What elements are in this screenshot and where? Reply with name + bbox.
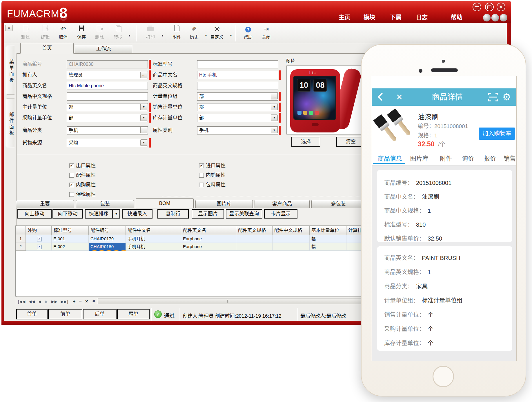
- move-down-button[interactable]: 向下移动: [52, 209, 83, 219]
- main-unit-dropdown[interactable]: 部: [67, 103, 148, 111]
- nav-cancel-button[interactable]: ×: [85, 299, 88, 304]
- toolbar-history-button[interactable]: ✐ 历史: [186, 25, 203, 40]
- product-cn-name-field[interactable]: Htc 手机: [197, 71, 278, 79]
- sidebar-tab-menu-panel[interactable]: 菜单面板: [6, 46, 14, 94]
- menu-log[interactable]: 日志: [416, 13, 428, 21]
- product-en-spec-field[interactable]: [197, 82, 278, 90]
- owner-lookup-button[interactable]: …: [140, 72, 147, 78]
- grid-row1-en-name-cell[interactable]: Earphone: [181, 235, 236, 243]
- purchase-unit-arrow-icon[interactable]: ▼: [140, 114, 147, 121]
- toolbar-save-button[interactable]: 保存: [73, 25, 90, 40]
- history-dropdown-arrow-icon[interactable]: ▼: [205, 34, 207, 37]
- grid-row2-model-cell[interactable]: E-002: [52, 243, 89, 251]
- phone-tab-image-library[interactable]: 图片库: [410, 154, 429, 162]
- add-to-cart-button[interactable]: 加入购物车: [479, 128, 515, 140]
- move-up-button[interactable]: 向上移动: [17, 209, 52, 219]
- toolbar-close-button[interactable]: ⇥ 关闭: [257, 25, 275, 40]
- main-unit-arrow-icon[interactable]: ▼: [140, 104, 147, 110]
- phone-tab-product-info[interactable]: 商品信息: [377, 154, 403, 162]
- grid-row2-en-spec-cell[interactable]: [236, 243, 273, 251]
- grid-header-base-unit[interactable]: 基本计量单位: [310, 226, 346, 235]
- grid-row1-number[interactable]: 1: [16, 235, 26, 243]
- toolbar-help-button[interactable]: ? 帮助: [239, 25, 257, 40]
- tab-workflow[interactable]: 工作流: [75, 45, 132, 53]
- last-record-button[interactable]: 尾单: [117, 309, 150, 319]
- internal-purchase-attr-checkbox[interactable]: ✔: [69, 183, 74, 187]
- purchase-unit-dropdown[interactable]: 部: [67, 114, 148, 122]
- tab-packaging[interactable]: 包装: [76, 200, 134, 208]
- attribute-category-dropdown[interactable]: 手机: [197, 126, 278, 134]
- product-category-lookup-button[interactable]: …: [140, 127, 147, 133]
- goods-source-arrow-icon[interactable]: ▼: [140, 139, 147, 146]
- grid-header-part-cn-name[interactable]: 配件中文名: [126, 226, 181, 235]
- maximize-button[interactable]: [485, 3, 494, 11]
- import-attr-checkbox[interactable]: ✔: [199, 163, 204, 168]
- customize-dropdown-arrow-icon[interactable]: ▼: [230, 34, 232, 37]
- print-dropdown-arrow-icon[interactable]: ▼: [161, 34, 164, 37]
- grid-row2-cn-name-cell[interactable]: 手机耳机: [126, 243, 181, 251]
- sales-unit-arrow-icon[interactable]: ▼: [271, 104, 278, 110]
- grid-row1-outsourced-cell[interactable]: ✔: [26, 235, 52, 243]
- first-record-button[interactable]: 首单: [16, 309, 48, 319]
- tab-home[interactable]: 首页: [20, 43, 74, 54]
- copy-dropdown-arrow-icon[interactable]: ▼: [128, 34, 131, 37]
- grid-row1-code-cell[interactable]: CHAIR0179: [89, 235, 126, 243]
- product-cn-spec-field[interactable]: [67, 92, 148, 101]
- nav-last-button[interactable]: ▶▶|: [61, 299, 68, 304]
- grid-header-part-en-spec[interactable]: 配件英文规格: [236, 226, 273, 235]
- phone-tab-quotation[interactable]: 报价: [483, 154, 497, 162]
- tab-important[interactable]: 重要: [16, 200, 74, 208]
- domestic-sales-attr-checkbox[interactable]: [199, 173, 204, 178]
- stock-unit-dropdown[interactable]: 部: [197, 114, 278, 122]
- grid-row2-en-name-cell[interactable]: Earphone: [181, 243, 236, 251]
- sidebar-collapse-button[interactable]: «: [5, 25, 13, 31]
- next-record-button[interactable]: 后单: [83, 309, 117, 319]
- grid-row1-model-cell[interactable]: E-001: [52, 235, 89, 243]
- nav-delete-button[interactable]: −: [79, 299, 82, 304]
- tab-customer-product[interactable]: 客户商品: [255, 200, 310, 208]
- nav-add-button[interactable]: +: [73, 299, 76, 304]
- goods-source-dropdown[interactable]: 采购: [67, 139, 148, 147]
- sales-unit-dropdown[interactable]: 部: [197, 103, 278, 111]
- toolbar-cancel-button[interactable]: ↶ 取消: [55, 25, 72, 40]
- unit-group-field[interactable]: 部: [197, 92, 278, 101]
- scan-icon[interactable]: [488, 92, 498, 102]
- horizontal-scrollbar[interactable]: [97, 298, 362, 304]
- grid-row2-code-cell-selected[interactable]: CHAIR0180: [89, 243, 126, 251]
- show-related-query-button[interactable]: 显示关联查询: [226, 209, 262, 219]
- grid-row1-en-spec-cell[interactable]: [236, 235, 273, 243]
- stock-unit-arrow-icon[interactable]: ▼: [271, 114, 278, 121]
- nav-next-button[interactable]: ▶: [45, 299, 48, 304]
- owner-field[interactable]: 管理员: [67, 71, 148, 79]
- grid-row2-unit-cell[interactable]: 幅: [310, 243, 346, 251]
- grid-header-part-code[interactable]: 配件编号: [89, 226, 126, 235]
- nav-prior-button[interactable]: ◀: [38, 299, 41, 304]
- quick-sort-button[interactable]: 快速排序: [85, 209, 112, 219]
- minimize-button[interactable]: [473, 3, 481, 11]
- phone-close-icon[interactable]: ×: [396, 89, 402, 105]
- nav-next-page-button[interactable]: ▶▶: [51, 299, 58, 304]
- toolbar-customize-button[interactable]: ⚒ 自定义: [208, 25, 226, 40]
- export-attr-checkbox[interactable]: ✔: [69, 163, 74, 168]
- phone-tab-sales[interactable]: 销售: [503, 154, 516, 162]
- menu-help[interactable]: 帮助: [451, 13, 462, 21]
- grid-row2-outsourced-cell[interactable]: ✔: [26, 243, 52, 251]
- phone-tab-inquiry[interactable]: 询价: [461, 154, 475, 162]
- quick-entry-button[interactable]: 快速录入: [122, 209, 152, 219]
- card-view-button[interactable]: 卡片显示: [264, 209, 297, 219]
- tab-image-library[interactable]: 图片库: [195, 200, 253, 208]
- sidebar-tab-mail-panel[interactable]: 邮件面板: [6, 99, 14, 147]
- product-en-name-field[interactable]: Htc Moble phone: [67, 82, 148, 90]
- show-image-button[interactable]: 显示图片: [192, 209, 224, 219]
- grid-row1-cn-name-cell[interactable]: 手机耳机: [126, 235, 181, 243]
- image-select-button[interactable]: 选择: [291, 137, 320, 147]
- grid-row1-cn-spec-cell[interactable]: [273, 235, 310, 243]
- accessory-attr-checkbox[interactable]: [69, 173, 74, 178]
- grid-row2-number[interactable]: 2: [16, 243, 26, 251]
- product-category-field[interactable]: 手机: [67, 126, 148, 134]
- standard-model-field[interactable]: [197, 60, 278, 68]
- splitter-collapse-button[interactable]: ◀: [92, 299, 95, 303]
- nav-first-button[interactable]: |◀◀: [18, 299, 26, 304]
- packing-material-attr-checkbox[interactable]: [199, 183, 204, 187]
- settings-gear-icon[interactable]: ⚙: [502, 89, 511, 105]
